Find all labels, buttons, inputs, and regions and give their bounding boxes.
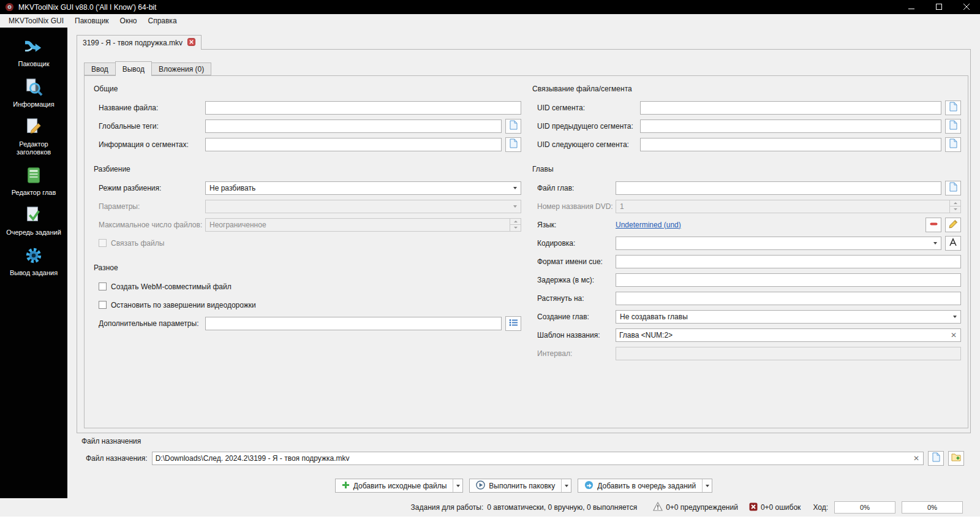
next-uid-input[interactable] [640, 138, 941, 151]
global-tags-browse-button[interactable] [505, 119, 521, 134]
subtab-bar: Ввод Вывод Вложения (0) [84, 61, 211, 76]
chapter-file-browse-button[interactable] [945, 181, 961, 195]
section-misc: Создать WebM-совместимый файл Остановить… [99, 279, 521, 330]
browse-file-icon [509, 138, 518, 150]
add-source-files-menu-arrow[interactable] [453, 479, 462, 492]
name-template-input[interactable] [616, 328, 961, 342]
chapter-charset-button[interactable] [945, 236, 961, 251]
start-muxing-label: Выполнить паковку [489, 482, 555, 490]
destination-input[interactable] [152, 452, 924, 465]
webm-row: Создать WebM-совместимый файл [99, 282, 521, 291]
previous-uid-label: UID предыдущего сегмента: [537, 122, 636, 131]
split-mode-value: Не разбивать [209, 184, 255, 192]
start-muxing-menu-arrow[interactable] [561, 479, 571, 492]
next-uid-label: UID следующего сегмента: [537, 140, 636, 149]
chapter-language-remove-button[interactable] [925, 218, 941, 232]
chapter-charset-select[interactable] [616, 237, 941, 250]
add-to-job-queue-menu-arrow[interactable] [702, 479, 712, 492]
close-button[interactable] [952, 0, 980, 14]
cue-name-format-input[interactable] [616, 255, 961, 268]
chapter-editor-icon [24, 166, 43, 186]
chapter-charset-label: Кодировка: [537, 239, 612, 248]
menu-help[interactable]: Справка [142, 14, 182, 28]
chapter-generation-value: Не создавать главы [620, 313, 688, 321]
additional-params-list-button[interactable] [505, 316, 521, 331]
tab-attachments[interactable]: Вложения (0) [151, 63, 211, 75]
browse-file-icon [949, 120, 958, 132]
chapter-generation-select[interactable]: Не создавать главы [616, 310, 961, 324]
dvd-title-number-value: 1 [620, 202, 624, 211]
spin-down-icon [510, 225, 521, 231]
chapter-interval-label: Интервал: [537, 349, 612, 358]
chapter-language-link[interactable]: Undetermined (und) [616, 221, 681, 229]
tab-output[interactable]: Вывод [115, 61, 152, 76]
webm-checkbox[interactable] [99, 282, 107, 290]
segment-info-browse-button[interactable] [505, 137, 521, 152]
link-files-row: Связать файлы [99, 239, 521, 248]
section-general: Название файла: Глобальные теги: Информа… [99, 100, 521, 151]
segment-uid-input[interactable] [640, 101, 941, 115]
section-misc-title: Разное [94, 264, 521, 272]
stop-after-video-row: Остановить по завершении видеодорожки [99, 301, 521, 309]
sidebar-item-chapter-editor[interactable]: Редактор глав [0, 161, 67, 202]
spin-up-icon [510, 219, 521, 226]
chapter-file-label: Файл глав: [537, 184, 612, 192]
destination-browse-button[interactable] [928, 451, 944, 466]
sidebar-item-header-editor[interactable]: Редактор заголовков [0, 113, 67, 161]
minimize-button[interactable] [897, 0, 925, 14]
split-mode-select[interactable]: Не разбивать [205, 181, 521, 195]
close-tab-icon[interactable] [187, 38, 195, 48]
close-icon [963, 2, 970, 12]
tool-sidebar: Паковщик Информация Редактор заголовков … [0, 28, 67, 498]
previous-uid-browse-button[interactable] [945, 119, 961, 134]
start-muxing-button[interactable]: Выполнить паковку [469, 479, 571, 493]
sidebar-item-job-output[interactable]: Вывод задания [0, 241, 67, 282]
clear-input-icon[interactable]: ✕ [913, 455, 919, 462]
link-files-checkbox[interactable] [99, 239, 107, 247]
segment-info-input[interactable] [205, 138, 502, 151]
chapter-language-edit-button[interactable] [945, 218, 961, 232]
menu-window[interactable]: Окно [115, 14, 143, 28]
errors-status: 0+0 ошибок [749, 502, 801, 513]
chapter-delay-input[interactable] [616, 273, 961, 287]
chevron-down-icon [509, 182, 521, 194]
titlebar: MKVToolNix GUI v88.0 ('All I Know') 64-b… [0, 0, 980, 14]
merge-arrows-icon [24, 37, 43, 58]
destination-folder-button[interactable] [948, 451, 964, 466]
browse-file-icon [949, 102, 958, 113]
next-uid-browse-button[interactable] [945, 137, 961, 152]
sidebar-item-job-queue[interactable]: Очередь заданий [0, 201, 67, 241]
sidebar-item-multiplexer[interactable]: Паковщик [0, 32, 67, 73]
additional-params-input[interactable] [205, 317, 502, 330]
dvd-title-number-spinner: 1 [616, 200, 961, 213]
chapter-stretch-label: Растянуть на: [537, 294, 612, 303]
file-title-input[interactable] [205, 101, 521, 115]
chevron-down-icon [949, 311, 960, 323]
section-general-title: Общие [94, 85, 521, 93]
minimize-icon [908, 2, 914, 12]
chapter-stretch-input[interactable] [616, 292, 961, 305]
chapter-file-input[interactable] [616, 181, 941, 195]
global-tags-input[interactable] [205, 119, 502, 133]
max-files-label: Максимальное число файлов: [99, 221, 202, 229]
previous-uid-input[interactable] [640, 119, 941, 133]
clear-input-icon[interactable]: ✕ [951, 332, 957, 339]
chapter-generation-label: Создание глав: [537, 313, 612, 321]
job-queue-icon [24, 206, 43, 226]
menu-mkvtoolnix-gui[interactable]: MKVToolNix GUI [3, 14, 69, 28]
section-chapters-title: Главы [532, 165, 961, 173]
section-chapters: Файл глав: Номер названия DVD: 1 Язык: U… [537, 181, 961, 360]
tab-input[interactable]: Ввод [84, 63, 116, 75]
jobs-status-label: Задания для работы: [411, 503, 484, 512]
menu-multiplexer[interactable]: Паковщик [69, 14, 115, 28]
add-source-files-button[interactable]: Добавить исходные файлы [335, 479, 463, 493]
sidebar-item-info[interactable]: Информация [0, 73, 67, 113]
maximize-button[interactable] [925, 0, 952, 14]
destination-row: Файл назначения: ✕ [86, 450, 964, 466]
segment-uid-browse-button[interactable] [945, 100, 961, 115]
file-tab[interactable]: 3199 - Я - твоя подружка.mkv [77, 35, 202, 50]
stop-after-video-checkbox[interactable] [99, 301, 107, 309]
queue-globe-icon [584, 480, 594, 491]
minus-icon [929, 219, 938, 230]
add-to-job-queue-button[interactable]: Добавить в очередь заданий [578, 479, 712, 493]
